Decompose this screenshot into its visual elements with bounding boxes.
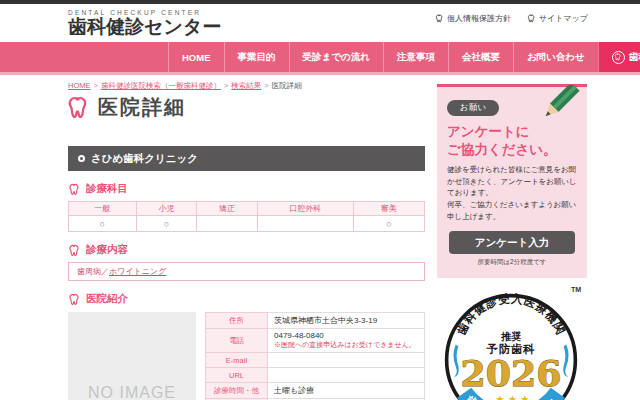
certification-badge: TM 歯科健診受入医療機関 推奨 予防歯科 2026 ★★★ 歯科健診センター	[437, 288, 587, 400]
sitemap-link[interactable]: サイトマップ	[527, 13, 588, 24]
tooth-icon	[68, 244, 81, 257]
subject-mark-pediatric: ○	[136, 216, 197, 232]
sidebar: お願い アンケートに ご協力ください。 健診を受けられた皆様にご意見をお聞かせ頂…	[437, 84, 587, 400]
nav-item-contact[interactable]: お問い合わせ	[513, 42, 598, 72]
section-subjects: 診療科目	[68, 182, 425, 196]
badge-year: 2026	[461, 353, 562, 396]
subject-col-general: 一般	[69, 202, 137, 216]
subject-mark-ortho	[197, 216, 258, 232]
tooth-icon	[527, 14, 536, 23]
survey-body: 健診を受けられた皆様にご意見をお聞かせ頂きたく、アンケートをお願いしております。…	[447, 164, 577, 222]
survey-panel: お願い アンケートに ご協力ください。 健診を受けられた皆様にご意見をお聞かせ頂…	[437, 84, 587, 278]
svg-text:推奨: 推奨	[500, 331, 521, 342]
subject-mark-general: ○	[69, 216, 137, 232]
main-nav: HOME 事業目的 受診までの流れ 注意事項 会社概要 お問い合わせ 歯科医院検…	[0, 42, 640, 72]
clinic-photo-placeholder: NO IMAGE	[68, 312, 196, 400]
treatment-link-perio[interactable]: 歯周病	[77, 267, 101, 276]
pencil-icon	[531, 85, 583, 135]
privacy-policy-label: 個人情報保護方針	[447, 13, 511, 24]
tooth-icon	[68, 293, 81, 306]
table-row: E-mail	[206, 353, 425, 368]
info-label-phone: 電話	[206, 329, 268, 353]
nav-bottom-strip	[0, 72, 640, 75]
section-intro: 医院紹介	[68, 292, 425, 306]
treatment-contents-box: 歯周病／ホワイトニング	[68, 262, 425, 281]
tooth-icon	[435, 14, 444, 23]
breadcrumb-current: 医院詳細	[272, 81, 302, 90]
info-value-hours: 土曜も診療	[268, 383, 425, 399]
info-value-email	[268, 353, 425, 368]
logo-japanese: 歯科健診センター	[68, 16, 221, 37]
subject-col-oral-surgery: 口腔外科	[257, 202, 353, 216]
clinic-name: さひめ歯科クリニック	[91, 152, 198, 166]
tooth-search-icon	[612, 51, 625, 64]
subject-col-pediatric: 小児	[136, 202, 197, 216]
info-label-address: 住所	[206, 313, 268, 329]
nav-item-purpose[interactable]: 事業目的	[224, 42, 289, 72]
nav-item-company[interactable]: 会社概要	[448, 42, 513, 72]
subjects-header-row: 一般 小児 矯正 口腔外科 審美	[69, 202, 425, 216]
utility-links: 個人情報保護方針 サイトマップ	[435, 13, 588, 24]
tooth-icon	[68, 183, 81, 196]
nav-items: HOME 事業目的 受診までの流れ 注意事項 会社概要 お問い合わせ 歯科医院検…	[168, 42, 640, 72]
breadcrumb-search[interactable]: 歯科健診医院検索（一般歯科健診）	[101, 81, 221, 90]
table-row: 診療時間・他 土曜も診療	[206, 383, 425, 399]
info-label-email: E-mail	[206, 353, 268, 368]
survey-caption: 所要時間は2分程度です	[447, 258, 577, 267]
section-intro-label: 医院紹介	[86, 292, 128, 306]
subject-col-cosmetic: 審美	[353, 202, 424, 216]
nav-item-notes[interactable]: 注意事項	[383, 42, 448, 72]
breadcrumb: HOME>歯科健診医院検索（一般歯科健診）>検索結果>医院詳細	[68, 81, 302, 91]
nav-item-home[interactable]: HOME	[168, 42, 224, 72]
clinic-intro: NO IMAGE 住所 茨城県神栖市土合中央3-3-19 電話 0479-48-…	[68, 312, 425, 400]
site-header: DENTAL CHECKUP CENTER 歯科健診センター 個人情報保護方針 …	[0, 4, 640, 42]
nav-item-clinic-search[interactable]: 歯科医院検索	[598, 42, 640, 72]
site-logo[interactable]: DENTAL CHECKUP CENTER 歯科健診センター	[68, 9, 221, 37]
page-title: 医院詳細	[66, 94, 186, 121]
table-row: URL	[206, 368, 425, 383]
main-content: さひめ歯科クリニック 診療科目 一般 小児 矯正 口腔外科 審美 ○ ○ ○ 診…	[68, 146, 425, 400]
subjects-table: 一般 小児 矯正 口腔外科 審美 ○ ○ ○	[68, 201, 425, 232]
bullet-ring-icon	[78, 155, 85, 162]
subject-col-ortho: 矯正	[197, 202, 258, 216]
badge-stars: ★★★	[495, 393, 532, 400]
table-row: 電話 0479-48-0840※医院への直接申込みはお受けできません。	[206, 329, 425, 353]
info-value-url	[268, 368, 425, 383]
info-value-phone: 0479-48-0840※医院への直接申込みはお受けできません。	[268, 329, 425, 353]
request-badge: お願い	[447, 100, 499, 116]
section-subjects-label: 診療科目	[86, 182, 128, 196]
section-contents-label: 診療内容	[86, 243, 128, 257]
breadcrumb-home[interactable]: HOME	[68, 81, 91, 90]
info-label-hours: 診療時間・他	[206, 383, 268, 399]
phone-note: ※医院への直接申込みはお受けできません。	[274, 340, 418, 350]
breadcrumb-results[interactable]: 検索結果	[231, 81, 261, 90]
page-title-text: 医院詳細	[98, 94, 186, 121]
subject-mark-oral-surgery	[257, 216, 353, 232]
info-value-address: 茨城県神栖市土合中央3-3-19	[268, 313, 425, 329]
subject-mark-cosmetic: ○	[353, 216, 424, 232]
table-row: 住所 茨城県神栖市土合中央3-3-19	[206, 313, 425, 329]
clinic-info-table: 住所 茨城県神栖市土合中央3-3-19 電話 0479-48-0840※医院への…	[205, 312, 425, 400]
tooth-icon	[66, 95, 91, 120]
survey-entry-button[interactable]: アンケート入力	[449, 231, 575, 254]
nav-item-flow[interactable]: 受診までの流れ	[289, 42, 383, 72]
treatment-link-whitening[interactable]: ホワイトニング	[109, 267, 166, 276]
subjects-marks-row: ○ ○ ○	[69, 216, 425, 232]
sitemap-label: サイトマップ	[539, 13, 588, 24]
recommended-clinic-seal: 歯科健診受入医療機関 推奨 予防歯科 2026 ★★★ 歯科健診センター	[443, 292, 579, 400]
privacy-policy-link[interactable]: 個人情報保護方針	[435, 13, 511, 24]
section-contents: 診療内容	[68, 243, 425, 257]
info-label-url: URL	[206, 368, 268, 383]
clinic-name-bar: さひめ歯科クリニック	[68, 146, 425, 171]
